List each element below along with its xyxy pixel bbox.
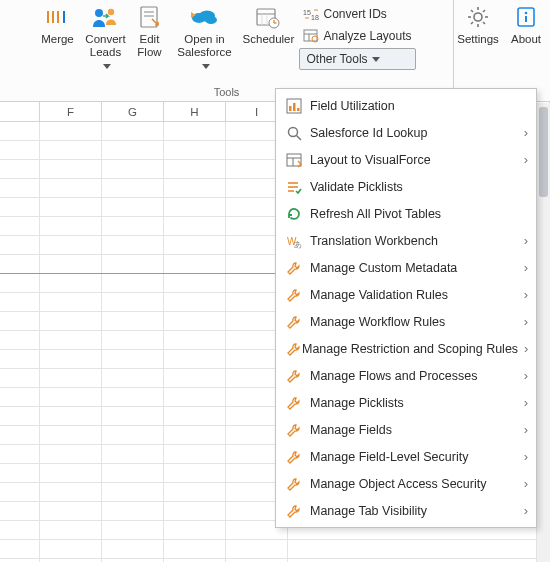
- cell[interactable]: [0, 464, 40, 482]
- cell[interactable]: [288, 540, 550, 558]
- cell[interactable]: [40, 217, 102, 235]
- cell[interactable]: [102, 141, 164, 159]
- cell[interactable]: [0, 369, 40, 387]
- about-button[interactable]: About: [502, 0, 550, 46]
- cell[interactable]: [40, 464, 102, 482]
- edit-flow-button[interactable]: Edit Flow: [129, 0, 169, 59]
- cell[interactable]: [102, 388, 164, 406]
- cell[interactable]: [164, 179, 226, 197]
- column-header[interactable]: H: [164, 102, 226, 121]
- cell[interactable]: [102, 160, 164, 178]
- cell[interactable]: [164, 540, 226, 558]
- menu-item[interactable]: Manage Picklists›: [276, 389, 536, 416]
- cell[interactable]: [0, 274, 40, 292]
- cell[interactable]: [40, 179, 102, 197]
- cell[interactable]: [40, 445, 102, 463]
- cell[interactable]: [0, 445, 40, 463]
- cell[interactable]: [0, 521, 40, 539]
- cell[interactable]: [40, 521, 102, 539]
- cell[interactable]: [40, 141, 102, 159]
- cell[interactable]: [164, 293, 226, 311]
- cell[interactable]: [226, 540, 288, 558]
- cell[interactable]: [0, 198, 40, 216]
- cell[interactable]: [40, 198, 102, 216]
- cell[interactable]: [102, 464, 164, 482]
- cell[interactable]: [164, 369, 226, 387]
- cell[interactable]: [164, 255, 226, 273]
- cell[interactable]: [40, 160, 102, 178]
- cell[interactable]: [40, 502, 102, 520]
- cell[interactable]: [164, 274, 226, 292]
- cell[interactable]: [102, 426, 164, 444]
- menu-item[interactable]: Salesforce Id Lookup›: [276, 119, 536, 146]
- column-header[interactable]: G: [102, 102, 164, 121]
- menu-item[interactable]: WあTranslation Workbench›: [276, 227, 536, 254]
- menu-item[interactable]: Manage Object Access Security›: [276, 470, 536, 497]
- cell[interactable]: [164, 141, 226, 159]
- cell[interactable]: [40, 540, 102, 558]
- other-tools-button[interactable]: Other Tools: [299, 48, 415, 70]
- cell[interactable]: [164, 464, 226, 482]
- cell[interactable]: [102, 293, 164, 311]
- menu-item[interactable]: Manage Fields›: [276, 416, 536, 443]
- cell[interactable]: [0, 160, 40, 178]
- menu-item[interactable]: Field Utilization: [276, 92, 536, 119]
- cell[interactable]: [164, 388, 226, 406]
- cell[interactable]: [102, 483, 164, 501]
- cell[interactable]: [0, 350, 40, 368]
- cell[interactable]: [164, 198, 226, 216]
- cell[interactable]: [0, 502, 40, 520]
- cell[interactable]: [102, 350, 164, 368]
- cell[interactable]: [0, 426, 40, 444]
- cell[interactable]: [102, 502, 164, 520]
- cell[interactable]: [40, 255, 102, 273]
- cell[interactable]: [102, 179, 164, 197]
- cell[interactable]: [0, 407, 40, 425]
- cell[interactable]: [102, 407, 164, 425]
- menu-item[interactable]: Manage Workflow Rules›: [276, 308, 536, 335]
- cell[interactable]: [0, 293, 40, 311]
- cell[interactable]: [164, 426, 226, 444]
- cell[interactable]: [40, 312, 102, 330]
- scrollbar-thumb[interactable]: [539, 107, 548, 197]
- cell[interactable]: [40, 407, 102, 425]
- cell[interactable]: [0, 236, 40, 254]
- cell[interactable]: [102, 312, 164, 330]
- cell[interactable]: [102, 217, 164, 235]
- cell[interactable]: [164, 483, 226, 501]
- menu-item[interactable]: Manage Validation Rules›: [276, 281, 536, 308]
- merge-button[interactable]: Merge: [33, 0, 81, 46]
- cell[interactable]: [0, 217, 40, 235]
- menu-item[interactable]: Layout to VisualForce›: [276, 146, 536, 173]
- menu-item[interactable]: Manage Restriction and Scoping Rules›: [276, 335, 536, 362]
- scheduler-button[interactable]: Scheduler: [239, 0, 297, 46]
- menu-item[interactable]: Manage Tab Visibility›: [276, 497, 536, 524]
- cell[interactable]: [164, 312, 226, 330]
- cell[interactable]: [0, 483, 40, 501]
- column-header[interactable]: F: [40, 102, 102, 121]
- menu-item[interactable]: Manage Flows and Processes›: [276, 362, 536, 389]
- cell[interactable]: [40, 426, 102, 444]
- cell[interactable]: [164, 160, 226, 178]
- cell[interactable]: [0, 312, 40, 330]
- cell[interactable]: [164, 445, 226, 463]
- cell[interactable]: [164, 502, 226, 520]
- vertical-scrollbar[interactable]: [536, 103, 550, 562]
- cell[interactable]: [164, 217, 226, 235]
- cell[interactable]: [0, 122, 40, 140]
- cell[interactable]: [40, 236, 102, 254]
- cell[interactable]: [0, 141, 40, 159]
- analyze-layouts-button[interactable]: Analyze Layouts: [299, 25, 415, 47]
- cell[interactable]: [102, 198, 164, 216]
- cell[interactable]: [0, 331, 40, 349]
- menu-item[interactable]: Manage Custom Metadata›: [276, 254, 536, 281]
- cell[interactable]: [40, 388, 102, 406]
- cell[interactable]: [164, 236, 226, 254]
- open-in-salesforce-button[interactable]: Open in Salesforce: [169, 0, 239, 73]
- cell[interactable]: [102, 540, 164, 558]
- convert-leads-button[interactable]: Convert Leads: [81, 0, 129, 73]
- cell[interactable]: [102, 445, 164, 463]
- cell[interactable]: [164, 407, 226, 425]
- cell[interactable]: [164, 331, 226, 349]
- cell[interactable]: [40, 293, 102, 311]
